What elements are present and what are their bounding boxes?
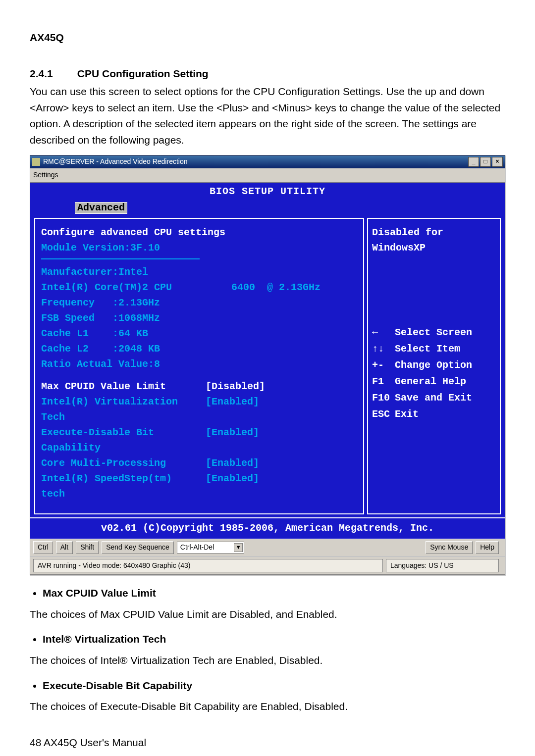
window-titlebar[interactable]: RMC@SERVER - Advanced Video Redirection … <box>30 155 505 168</box>
post-item-title: Intel® Virtualization Tech <box>43 631 510 648</box>
bios-context-help: Disabled for WindowsXP <box>372 225 496 255</box>
product-name: AX45Q <box>30 30 510 46</box>
help-key: +- <box>372 357 395 373</box>
help-desc: Select Screen <box>395 327 472 338</box>
post-list: Max CPUID Value Limit <box>43 585 510 602</box>
maximize-button[interactable]: □ <box>480 157 491 167</box>
app-icon <box>32 158 40 166</box>
post-item-text: The choices of Execute-Disable Bit Capab… <box>30 699 510 715</box>
post-item-text: The choices of Max CPUID Value Limit are… <box>30 606 510 623</box>
option-value: [Enabled] <box>206 457 259 469</box>
bios-left-panel: Configure advanced CPU settings Module V… <box>34 218 364 514</box>
info-cache-l1: Cache L1 :64 KB <box>41 326 357 341</box>
shift-button[interactable]: Shift <box>76 541 99 554</box>
avr-statusbar: AVR running - Video mode: 640x480 Graphi… <box>30 556 505 575</box>
section-title: CPU Configuration Setting <box>77 68 209 79</box>
option-label: Execute-Disable Bit Capability <box>41 425 200 455</box>
help-button[interactable]: Help <box>476 541 499 554</box>
option-label: Intel(R) Virtualization Tech <box>41 394 200 425</box>
info-cache-l2: Cache L2 :2048 KB <box>41 341 357 356</box>
option-label: Core Multi-Processing <box>41 455 200 471</box>
post-item-title: Max CPUID Value Limit <box>43 585 510 602</box>
info-cpu: Intel(R) Core(TM)2 CPU 6400 @ 2.13GHz <box>41 280 357 295</box>
minimize-button[interactable]: _ <box>468 157 479 167</box>
bios-option-max-cpuid[interactable]: Max CPUID Value Limit [Disabled] <box>41 379 357 394</box>
section-number: 2.4.1 <box>30 66 74 82</box>
help-desc: Exit <box>395 408 419 420</box>
post-item-title: Execute-Disable Bit Capability <box>43 678 510 694</box>
help-desc: Select Item <box>395 343 460 354</box>
help-desc: General Help <box>395 376 466 387</box>
info-manufacturer: Manufacturer:Intel <box>41 264 357 280</box>
help-key: F1 <box>372 374 395 389</box>
post-list: Execute-Disable Bit Capability <box>43 678 510 694</box>
bios-screen: BIOS SETUP UTILITY Advanced Configure ad… <box>30 183 505 539</box>
post-item-text: The choices of Intel® Virtualization Tec… <box>30 653 510 669</box>
window-menubar[interactable]: Settings <box>30 168 505 183</box>
info-ratio: Ratio Actual Value:8 <box>41 356 357 372</box>
page-footer: 48 AX45Q User's Manual <box>30 735 510 751</box>
bios-header-line1: Configure advanced CPU settings <box>41 225 357 240</box>
bios-separator <box>41 258 200 259</box>
chevron-down-icon[interactable]: ▼ <box>234 543 243 552</box>
bios-tabbar: Advanced <box>30 200 505 215</box>
menu-settings[interactable]: Settings <box>33 171 58 179</box>
bios-copyright: v02.61 (C)Copyright 1985-2006, American … <box>30 517 505 539</box>
status-language: Languages: US / US <box>386 559 499 573</box>
option-value: [Enabled] <box>206 473 259 484</box>
close-button[interactable]: × <box>492 157 503 167</box>
status-video-mode: AVR running - Video mode: 640x480 Graphi… <box>33 559 383 573</box>
help-key: ESC <box>372 406 395 422</box>
help-desc: Change Option <box>395 359 472 371</box>
option-value: [Disabled] <box>206 381 265 392</box>
send-key-sequence-button[interactable]: Send Key Sequence <box>102 541 174 554</box>
avr-window: RMC@SERVER - Advanced Video Redirection … <box>30 155 505 575</box>
key-sequence-combo[interactable]: Ctrl-Alt-Del ▼ <box>177 542 244 554</box>
bios-tab-advanced[interactable]: Advanced <box>75 202 127 214</box>
bios-option-multicore[interactable]: Core Multi-Processing [Enabled] <box>41 455 357 471</box>
alt-button[interactable]: Alt <box>56 541 73 554</box>
info-fsb: FSB Speed :1068MHz <box>41 310 357 326</box>
option-value: [Enabled] <box>206 427 259 438</box>
option-label: Intel(R) SpeedStep(tm) tech <box>41 471 200 502</box>
option-value: [Enabled] <box>206 396 259 407</box>
bios-help-panel: Disabled for WindowsXP ←Select Screen ↑↓… <box>367 218 501 514</box>
combo-value: Ctrl-Alt-Del <box>180 542 214 553</box>
bios-option-speedstep[interactable]: Intel(R) SpeedStep(tm) tech [Enabled] <box>41 471 357 502</box>
bios-option-xd[interactable]: Execute-Disable Bit Capability [Enabled] <box>41 425 357 455</box>
section-intro: You can use this screen to select option… <box>30 84 510 148</box>
ctrl-button[interactable]: Ctrl <box>33 541 53 554</box>
help-desc: Save and Exit <box>395 392 472 403</box>
info-frequency: Frequency :2.13GHz <box>41 295 357 310</box>
bios-option-vt[interactable]: Intel(R) Virtualization Tech [Enabled] <box>41 394 357 425</box>
avr-toolbar: Ctrl Alt Shift Send Key Sequence Ctrl-Al… <box>30 539 505 556</box>
sync-mouse-button[interactable]: Sync Mouse <box>426 541 473 554</box>
bios-title: BIOS SETUP UTILITY <box>30 183 505 200</box>
bios-header-line2: Module Version:3F.10 <box>41 240 357 255</box>
help-key: ↑↓ <box>372 341 395 356</box>
help-key: F10 <box>372 390 395 405</box>
post-list: Intel® Virtualization Tech <box>43 631 510 648</box>
help-key: ← <box>372 325 395 340</box>
option-label: Max CPUID Value Limit <box>41 379 200 394</box>
window-title: RMC@SERVER - Advanced Video Redirection <box>43 156 468 167</box>
